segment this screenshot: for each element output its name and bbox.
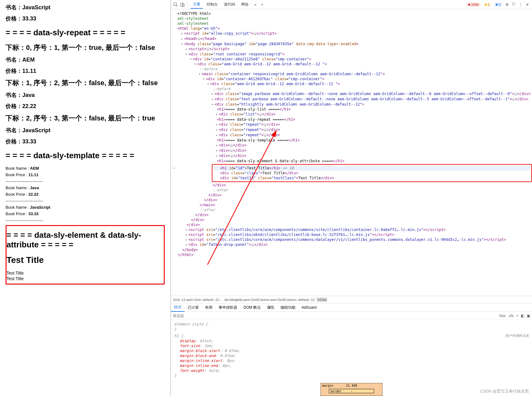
user-agent-label: 用户代理样式表 <box>505 333 529 338</box>
divider: ---------------------------- <box>6 218 165 223</box>
book-name: 书名：JavaScript <box>6 4 165 11</box>
crumb-item[interactable]: div.htlsightly.aem-GridColumn.aem-GridCo… <box>225 298 315 302</box>
dom-xml[interactable]: xml-stylesheet <box>177 16 208 21</box>
styles-filter-input[interactable] <box>173 314 496 318</box>
tmpl-price-2: Book Price : 33.33 <box>6 211 165 216</box>
border-label: border <box>330 389 342 393</box>
crumb-item-selected[interactable]: h1#id <box>316 298 327 302</box>
cls-toggle[interactable]: .cls <box>508 314 514 318</box>
dom-doctype[interactable]: <!DOCTYPE html> <box>177 11 211 16</box>
tmpl-price-0: Book Price : 11.11 <box>6 172 165 177</box>
styles-tab-styles[interactable]: 样式 <box>171 303 185 312</box>
hov-toggle[interactable]: :hov <box>499 314 506 318</box>
element-style-sel[interactable]: element.style { <box>174 322 207 326</box>
elements-tree[interactable]: <!DOCTYPE html> xml-stylesheet xml-style… <box>171 9 532 296</box>
styles-tab-computed[interactable]: 已计算 <box>185 304 202 311</box>
styles-tab-layout[interactable]: 布局 <box>202 304 216 311</box>
watermark: CSDN @贾宝玉拳打镇关西 <box>480 389 529 394</box>
breadcrumb[interactable]: Grid--12.aem-Grid--default--12… div.htls… <box>171 296 532 303</box>
repeat-name-2: 书名：JavaScript <box>6 127 165 134</box>
tmpl-price-1: Book Price : 22.22 <box>6 192 165 197</box>
styles-body[interactable]: element.style { } 用户代理样式表h1 { display: b… <box>171 320 532 380</box>
test-title-div2: Test Title <box>7 276 164 281</box>
styles-filter-row: :hov .cls + ◧ ▣ <box>171 312 532 320</box>
tmpl-name-1: Book Name : Java <box>6 185 165 190</box>
inspect-icon[interactable] <box>173 2 178 7</box>
adguard-icon[interactable]: ⛉ <box>511 2 517 7</box>
warning-badge[interactable]: 1 <box>483 2 491 7</box>
new-rule-icon[interactable]: + <box>516 314 518 318</box>
settings-icon[interactable]: ⚙ <box>504 2 510 7</box>
section-attr-heading: = = = = data-sly-element & data-sly-attr… <box>7 230 164 250</box>
book-price: 价格：33.33 <box>6 15 165 22</box>
crumb-item[interactable]: Grid--12.aem-Grid--default--12… <box>173 298 222 302</box>
devtools-toolbar: 元素 控制台 源代码 网络 » + 2098 1 3 ⚙ ⛉ ⋮ ✕ <box>171 0 532 9</box>
section-repeat-heading: = = = = data-sly-repeat = = = = = <box>6 28 165 37</box>
highlighted-section: = = = = data-sly-element & data-sly-attr… <box>6 225 165 285</box>
page-content[interactable]: 书名：JavaScript 价格：33.33 = = = = data-sly-… <box>0 0 170 396</box>
divider: ---------------------------- <box>6 179 165 184</box>
menu-icon[interactable]: ⋮ <box>518 2 523 7</box>
styles-tabs: 样式 已计算 布局 事件侦听器 DOM 断点 属性 辅助功能 AdGuard <box>171 303 532 312</box>
tmpl-name-0: Book Name : AEM <box>6 166 165 171</box>
repeat-name-0: 书名：AEM <box>6 56 165 63</box>
toggle-icon[interactable]: ◧ <box>521 314 524 318</box>
section-template-heading: = = = = data-sly-template = = = = = <box>6 151 165 160</box>
info-badge[interactable]: 3 <box>494 2 502 7</box>
error-badge[interactable]: 2098 <box>466 2 480 7</box>
repeat-stat-0: 下标：0, 序号：1, 第一个：true, 最后一个：false <box>6 43 165 52</box>
styles-tab-listeners[interactable]: 事件侦听器 <box>216 304 240 311</box>
divider: ---------------------------- <box>6 198 165 203</box>
h1-selector[interactable]: h1 { <box>174 334 183 338</box>
device-icon[interactable] <box>180 2 185 7</box>
margin-label: margin <box>322 384 333 387</box>
close-icon[interactable]: ✕ <box>525 2 530 7</box>
dom-xml[interactable]: xml-stylesheet <box>177 21 208 26</box>
box-model[interactable]: margin 21.440 border - <box>171 380 532 396</box>
repeat-price-0: 价格：11.11 <box>6 67 165 75</box>
margin-top-value: 21.440 <box>346 384 357 387</box>
repeat-price-2: 价格：33.33 <box>6 138 165 145</box>
dom-pseudo-before[interactable]: ::before <box>199 67 217 71</box>
highlighted-dom-nodes: ⋯<h1 id="id">Test Title</h1> == $0 <div … <box>212 164 532 182</box>
repeat-price-1: 价格：22.22 <box>6 102 165 110</box>
tmpl-name-2: Book Name : JavaScript <box>6 205 165 210</box>
test-title-div1: Test Title <box>7 271 164 276</box>
tab-elements[interactable]: 元素 <box>190 0 203 9</box>
styles-tab-a11y[interactable]: 辅助功能 <box>277 304 299 311</box>
tab-console[interactable]: 控制台 <box>204 1 220 8</box>
test-title-h1: Test Title <box>7 255 164 265</box>
tab-sources[interactable]: 源代码 <box>221 1 238 8</box>
fullscreen-icon[interactable]: ▣ <box>527 314 530 318</box>
repeat-name-1: 书名：Java <box>6 91 165 99</box>
repeat-stat-2: 下标：2, 序号：3, 第一个：false, 最后一个：true <box>6 114 165 123</box>
styles-tab-dom[interactable]: DOM 断点 <box>240 304 264 311</box>
devtools-panel: 元素 控制台 源代码 网络 » + 2098 1 3 ⚙ ⛉ ⋮ ✕ <!DOC… <box>170 0 532 396</box>
tab-network[interactable]: 网络 <box>239 1 251 8</box>
styles-tab-adguard[interactable]: AdGuard <box>299 304 320 311</box>
repeat-stat-1: 下标：1, 序号：2, 第一个：false, 最后一个：false <box>6 78 165 88</box>
more-tabs-icon[interactable]: » <box>252 2 258 7</box>
styles-tab-props[interactable]: 属性 <box>264 304 277 311</box>
plus-icon[interactable]: + <box>259 2 265 7</box>
